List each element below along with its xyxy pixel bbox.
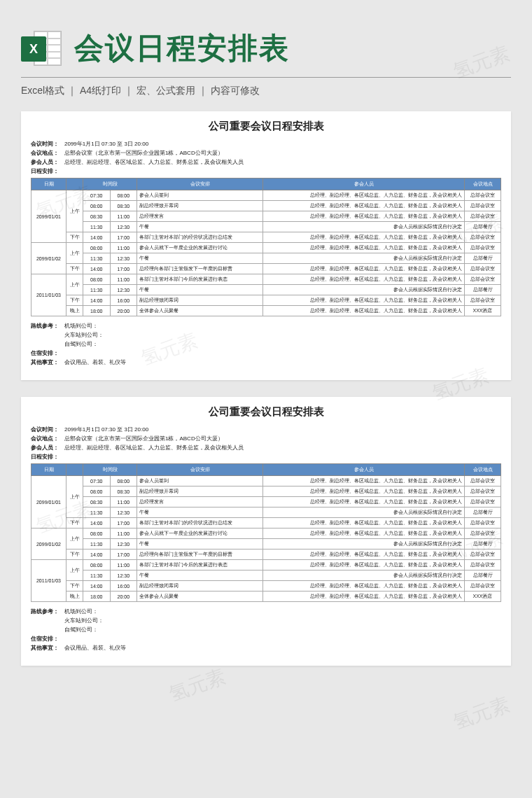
meta-value: 2099年1月1日 07:30 至 3日 20:00: [64, 426, 148, 433]
cell-period: 下午: [66, 581, 83, 592]
cell-time-start: 11:30: [83, 507, 111, 518]
cell-people: 总经理、副总经理、各区域总监、人力总监、财务总监，及会议相关人: [263, 550, 465, 560]
table-row: 晚上18:0020:00全体参会人员聚餐总经理、副总经理、各区域总监、人力总监、…: [31, 306, 501, 316]
cell-task: 各部门主管对本部门的经营状况进行总结发: [137, 518, 263, 528]
page-subinfo: Excel格式 ｜ A4纸打印 ｜ 宏、公式套用 ｜ 内容可修改: [21, 85, 511, 97]
cell-time-end: 16:00: [110, 295, 137, 306]
table-row: 11:3012:30午餐参会人员根据实际情况自行决定总部餐厅: [31, 285, 501, 295]
cell-people: 总经理、副总经理、各区域总监、人力总监、财务总监，及会议相关人: [263, 243, 465, 253]
table-row: 08:3011:00总经理发言总经理、副总经理、各区域总监、人力总监、财务总监，…: [31, 211, 501, 222]
cell-period: 晚上: [66, 592, 83, 602]
cell-people: 总经理、副总经理、各区域总监、人力总监、财务总监，及会议相关人: [263, 560, 465, 570]
cell-place: 总部会议室: [465, 201, 501, 211]
cell-task: 总经理向各部门主管颁发下一年度的目标责: [137, 264, 263, 274]
meta-value: 总部会议室（北京市第一区国际企业园第1栋，ABCD公司大厦）: [64, 435, 223, 442]
cell-date: 2099/01/02: [31, 528, 66, 560]
cell-task: 参会人员就下一年度企业的发展进行讨论: [137, 243, 263, 253]
table-row: 下午14:0017:00总经理向各部门主管颁发下一年度的目标责总经理、副总经理、…: [31, 550, 501, 560]
template-card: 公司重要会议日程安排表会议时间：2099年1月1日 07:30 至 3日 20:…: [21, 111, 511, 380]
footer-label: 路线参考：: [31, 608, 64, 615]
cell-time-end: 08:00: [110, 476, 137, 486]
cell-time-start: 14:00: [83, 295, 111, 306]
cell-task: 副总经理致闭幕词: [137, 581, 263, 592]
footer-value: 火车站到公司：: [64, 331, 104, 339]
footer-label: 路线参考：: [31, 322, 64, 330]
cell-place: 总部餐厅: [465, 507, 501, 518]
cell-time-start: 08:00: [83, 486, 111, 497]
cell-time-end: 11:00: [110, 274, 137, 285]
cell-people: 总经理、副总经理、各区域总监、人力总监、财务总监，及会议相关人: [263, 306, 465, 316]
cell-period: 下午: [66, 518, 83, 528]
meta-value: 总经理、副总经理、各区域总监、人力总监、财务总监，及会议相关人员: [64, 158, 244, 166]
cell-time-start: 14:00: [83, 264, 111, 274]
col-header: 会议地点: [465, 178, 501, 190]
cell-time-start: 07:30: [83, 190, 111, 201]
cell-task: 午餐: [137, 507, 263, 518]
excel-badge-letter: X: [21, 36, 46, 62]
cell-task: 总经理发言: [137, 497, 263, 507]
cell-period: 上午: [66, 476, 83, 518]
table-row: 11:3012:30午餐参会人员根据实际情况自行决定总部餐厅: [31, 253, 501, 264]
cell-time-end: 20:00: [110, 306, 137, 316]
cell-period: 上午: [66, 560, 83, 581]
cell-date: 2099/01/01: [31, 190, 66, 243]
cell-place: 总部会议室: [465, 528, 501, 539]
cell-people: 总经理、副总经理、各区域总监、人力总监、财务总监，及会议相关人: [263, 497, 465, 507]
cell-time-start: 08:00: [83, 201, 111, 211]
footer-label: [31, 617, 64, 624]
footer-value: 机场到公司：: [64, 608, 98, 615]
cell-place: 总部会议室: [465, 190, 501, 201]
cell-time-start: 08:00: [83, 528, 111, 539]
excel-icon: X: [21, 28, 62, 69]
table-row: 2099/01/02上午08:0011:00参会人员就下一年度企业的发展进行讨论…: [31, 243, 501, 253]
doc-title: 公司重要会议日程安排表: [31, 120, 501, 133]
cell-task: 午餐: [137, 570, 263, 581]
footer-label: 其他事宜：: [31, 644, 64, 652]
cell-time-end: 11:00: [110, 560, 137, 570]
cell-time-end: 12:30: [110, 507, 137, 518]
cell-task: 副总经理致闭幕词: [137, 295, 263, 306]
footer-row: 火车站到公司：: [31, 617, 501, 624]
col-header: [66, 464, 83, 476]
cell-people: 总经理、副总经理、各区域总监、人力总监、财务总监，及会议相关人: [263, 295, 465, 306]
cell-place: 总部会议室: [465, 232, 501, 243]
page-title: 会议日程安排表: [74, 29, 290, 68]
cell-time-start: 14:00: [83, 232, 111, 243]
cell-place: 总部会议室: [465, 581, 501, 592]
cell-time-start: 08:30: [83, 497, 111, 507]
meta-row: 会议时间：2099年1月1日 07:30 至 3日 20:00: [31, 426, 501, 433]
table-row: 下午14:0017:00各部门主管对本部门的经营状况进行总结发总经理、副总经理、…: [31, 232, 501, 243]
table-row: 11:3012:30午餐参会人员根据实际情况自行决定总部餐厅: [31, 507, 501, 518]
cell-place: 总部会议室: [465, 264, 501, 274]
cell-period: 上午: [66, 528, 83, 550]
cell-time-start: 14:00: [83, 550, 111, 560]
col-header: 会议安排: [137, 464, 263, 476]
cell-time-end: 12:30: [110, 570, 137, 581]
table-row: 2099/01/01上午07:3008:00参会人员签到总经理、副总经理、各区域…: [31, 476, 501, 486]
cell-people: 总经理、副总经理、各区域总监、人力总监、财务总监，及会议相关人: [263, 190, 465, 201]
cell-task: 各部门主管对本部门今后的发展进行表态: [137, 560, 263, 570]
meta-value: 总经理、副总经理、各区域总监、人力总监、财务总监，及会议相关人员: [64, 444, 244, 451]
col-header: 参会人员: [263, 464, 465, 476]
cell-place: 总部会议室: [465, 518, 501, 528]
cell-task: 午餐: [137, 285, 263, 295]
cell-time-end: 17:00: [110, 518, 137, 528]
meta-label: 会议地点：: [31, 435, 64, 442]
cell-date: 2011/01/03: [31, 274, 66, 316]
footer-row: 自驾到公司：: [31, 340, 501, 348]
cell-people: 参会人员根据实际情况自行决定: [263, 507, 465, 518]
col-header: 时间段: [83, 178, 137, 190]
footer-row: 住宿安排：: [31, 349, 501, 357]
cell-task: 各部门主管对本部门的经营状况进行总结发: [137, 232, 263, 243]
cell-period: 上午: [66, 274, 83, 295]
meta-row: 日程安排：: [31, 167, 501, 175]
cell-people: 参会人员根据实际情况自行决定: [263, 285, 465, 295]
cell-place: 总部会议室: [465, 560, 501, 570]
cell-time-start: 11:30: [83, 222, 111, 232]
cell-time-start: 11:30: [83, 539, 111, 550]
cell-period: 晚上: [66, 306, 83, 316]
cell-place: XXX酒店: [465, 306, 501, 316]
cell-time-end: 12:30: [110, 285, 137, 295]
cell-people: 总经理、副总经理、各区域总监、人力总监、财务总监，及会议相关人: [263, 581, 465, 592]
cell-people: 总经理、副总经理、各区域总监、人力总监、财务总监，及会议相关人: [263, 486, 465, 497]
